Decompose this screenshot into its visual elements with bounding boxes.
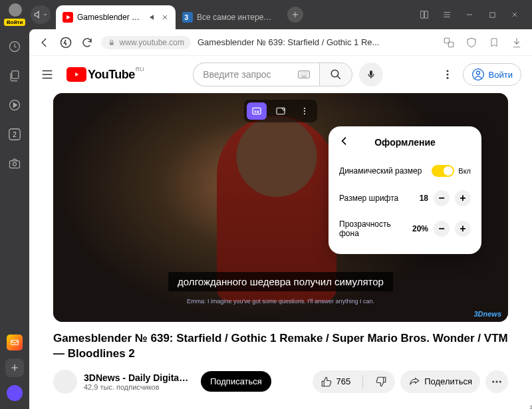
- caption-secondary: Emma: I imagine you've got some question…: [187, 298, 374, 305]
- arrow-left-icon: [39, 37, 51, 49]
- svg-rect-12: [110, 42, 114, 45]
- dislike-button[interactable]: [367, 370, 395, 393]
- protect-button[interactable]: 3: [464, 35, 479, 50]
- browser-titlebar: Войти Gamesblender № 63 3 Все самое инте…: [0, 0, 532, 29]
- channel-row: 3DNews - Daily Digital Di... 42,9 тыс. п…: [53, 370, 508, 394]
- plus-icon: [10, 363, 19, 372]
- audio-playing-icon[interactable]: [149, 13, 157, 21]
- screenshot-button[interactable]: [5, 154, 24, 173]
- back-button[interactable]: [37, 35, 52, 50]
- minimize-button[interactable]: [464, 9, 475, 20]
- lock-icon: [108, 39, 116, 47]
- font-size-value: 18: [410, 194, 428, 203]
- add-panel-button[interactable]: [5, 358, 24, 377]
- bookmark-button[interactable]: [487, 35, 501, 50]
- channel-avatar[interactable]: [53, 370, 77, 394]
- mail-button[interactable]: [7, 335, 23, 350]
- like-count: 765: [336, 376, 351, 386]
- translate-button[interactable]: [442, 35, 456, 50]
- youtube-logo[interactable]: YouTube RU: [66, 67, 135, 82]
- bg-opacity-row: Прозрачность фона 20% − +: [339, 213, 471, 245]
- svg-rect-5: [12, 71, 19, 79]
- font-size-label: Размер шрифта: [339, 194, 398, 203]
- svg-rect-17: [370, 70, 372, 76]
- svg-point-19: [446, 74, 448, 76]
- history-button[interactable]: [5, 37, 24, 56]
- dynamic-size-toggle[interactable]: [432, 165, 454, 177]
- thumbs-down-icon: [375, 376, 387, 388]
- svg-point-27: [304, 113, 305, 114]
- channel-name[interactable]: 3DNews - Daily Digital Di...: [84, 372, 190, 383]
- alice-button[interactable]: [7, 385, 23, 401]
- menu-button[interactable]: [442, 9, 452, 20]
- youtube-search: Введите запрос: [193, 63, 352, 86]
- maximize-button[interactable]: [487, 9, 497, 20]
- font-size-decrease-button[interactable]: −: [434, 190, 450, 206]
- svg-rect-24: [277, 108, 285, 114]
- svg-text:3: 3: [184, 13, 188, 21]
- font-size-increase-button[interactable]: +: [455, 190, 471, 206]
- video-button[interactable]: [5, 96, 24, 114]
- svg-rect-23: [253, 108, 261, 114]
- youtube-settings-button[interactable]: [442, 68, 454, 80]
- like-button[interactable]: 765: [313, 370, 359, 393]
- captions-toggle-button[interactable]: [247, 102, 267, 120]
- plus-icon: [291, 11, 299, 19]
- keyboard-icon: [298, 70, 310, 78]
- new-tab-button[interactable]: [287, 7, 303, 23]
- signin-button[interactable]: Войти: [463, 63, 521, 86]
- svg-rect-8: [10, 161, 20, 168]
- search-input[interactable]: Введите запрос: [193, 63, 319, 86]
- sound-button[interactable]: [31, 5, 51, 24]
- home-button[interactable]: [59, 35, 73, 50]
- share-label: Поделиться: [424, 376, 472, 386]
- reload-button[interactable]: [80, 35, 94, 50]
- svg-point-16: [331, 70, 338, 77]
- page-content: www.youtube.com Gamesblender № 639: Star…: [29, 29, 532, 409]
- svg-point-26: [304, 110, 305, 112]
- player-menu-button[interactable]: [295, 102, 315, 120]
- play-circle-icon: [8, 98, 21, 112]
- url-field[interactable]: www.youtube.com: [101, 36, 191, 49]
- tab-inactive[interactable]: 3 Все самое интересное и...: [176, 5, 282, 29]
- pill-divider: [362, 375, 363, 388]
- tab-active[interactable]: Gamesblender № 63: [56, 5, 176, 29]
- book-icon: [419, 9, 430, 20]
- channel-subscribers: 42,9 тыс. подписчиков: [84, 383, 190, 391]
- captions-icon: [251, 106, 262, 116]
- video-metadata: Gamesblender № 639: Starfield / Gothic 1…: [53, 331, 508, 394]
- downloads-button[interactable]: [509, 35, 524, 50]
- downloads-counter[interactable]: 2: [5, 125, 24, 144]
- url-text: www.youtube.com: [120, 38, 184, 47]
- reload-icon: [81, 37, 93, 49]
- svg-point-28: [492, 380, 494, 382]
- minimize-icon: [466, 11, 473, 19]
- font-size-row: Размер шрифта 18 − +: [339, 184, 471, 213]
- search-button[interactable]: [319, 63, 352, 86]
- collections-button[interactable]: [5, 67, 24, 85]
- subscribe-button[interactable]: Подписаться: [201, 371, 271, 392]
- user-circle-icon: [471, 68, 485, 81]
- profile-badge[interactable]: Войти: [4, 3, 27, 26]
- close-icon[interactable]: [161, 13, 169, 21]
- reader-button[interactable]: [419, 9, 430, 20]
- more-actions-button[interactable]: [485, 370, 508, 393]
- svg-point-18: [446, 70, 448, 72]
- youtube-favicon-icon: [63, 12, 73, 23]
- svg-rect-15: [299, 71, 310, 78]
- share-button[interactable]: Поделиться: [400, 370, 480, 393]
- page-title: Gamesblender № 639: Starfield / Gothic 1…: [198, 37, 435, 47]
- chevron-down-icon: [43, 12, 48, 17]
- pip-button[interactable]: [271, 102, 291, 120]
- site-favicon-icon: 3: [182, 12, 193, 23]
- video-player[interactable]: Оформление Динамический размер Вкл Разме…: [53, 93, 508, 322]
- voice-search-button[interactable]: [359, 63, 383, 86]
- bg-opacity-increase-button[interactable]: +: [455, 221, 471, 237]
- bg-opacity-decrease-button[interactable]: −: [434, 221, 450, 237]
- ellipsis-icon: [491, 376, 503, 388]
- shield-icon: [466, 37, 477, 49]
- youtube-menu-button[interactable]: [40, 67, 55, 82]
- close-window-button[interactable]: [509, 9, 520, 20]
- popup-back-button[interactable]: [339, 136, 352, 149]
- pip-icon: [275, 106, 286, 116]
